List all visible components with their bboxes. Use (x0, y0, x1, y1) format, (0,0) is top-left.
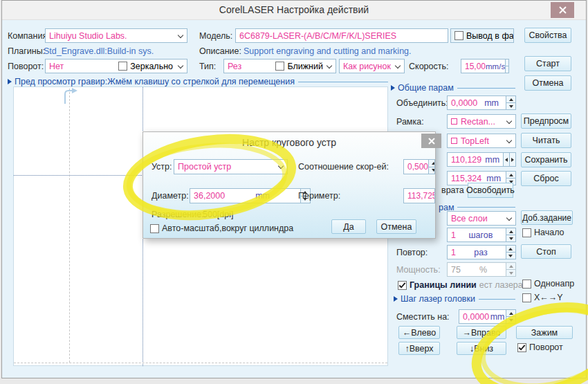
autoscale-checkbox-row[interactable]: Авто-масштаб,вокруг циллиндра (150, 223, 293, 233)
type-select[interactable]: Рез Ближний (223, 59, 336, 73)
y-position-value: 115,324 (451, 174, 481, 183)
diameter-input[interactable]: 36,2000 mm (190, 188, 311, 203)
step-section-title: Шаг лазер головки (401, 294, 475, 304)
position-corner-arrow-icon (62, 87, 80, 105)
move-up-button[interactable]: ↑Вверх (398, 342, 440, 355)
xy-swap-checkbox[interactable] (522, 293, 531, 302)
steps-input[interactable]: 1 шагов (447, 228, 516, 242)
section-arrow-icon (8, 79, 12, 84)
release-button[interactable]: Освободить (468, 183, 513, 198)
as-picture-select[interactable]: Как рисунок (339, 59, 405, 73)
rotate-device-checkbox-row[interactable]: Поворот (517, 342, 563, 352)
output-file-select[interactable]: Вывод в файл (450, 28, 514, 43)
chevron-down-icon (327, 62, 332, 68)
autoscale-checkbox[interactable] (150, 224, 159, 233)
spin-up-button (506, 263, 515, 269)
move-down-button[interactable]: ↓Вниз (457, 342, 506, 355)
as-picture-value: Как рисунок (343, 62, 391, 71)
save-button[interactable]: Сохранить (521, 152, 571, 167)
line-borders-label: Границы линии (410, 280, 477, 290)
layers-select[interactable]: Все слои (447, 211, 516, 226)
merge-input[interactable]: 0,0000 mm (447, 95, 516, 110)
spin-up-button[interactable] (506, 246, 515, 252)
x-position-input[interactable]: 110,129 mm (447, 152, 516, 167)
spin-left-button[interactable] (504, 153, 509, 166)
rotate-mode-select[interactable]: Нет Зеркально (45, 59, 187, 73)
speed-ratio-input[interactable]: 0,500 (403, 159, 435, 174)
chevron-down-icon (178, 32, 183, 37)
spin-down-button[interactable] (506, 252, 515, 259)
topleft-shape-icon (451, 138, 457, 144)
start-button[interactable]: Старт (524, 56, 571, 71)
spin-up-button[interactable] (429, 160, 435, 167)
properties-button[interactable]: Свойства (524, 28, 571, 43)
guide-line-horizontal-dark (14, 175, 143, 176)
description-label: Описание: (199, 46, 241, 56)
clamp-button[interactable]: Зажим (516, 326, 573, 339)
model-label: Модель: (199, 31, 232, 41)
device-select[interactable]: Простой устр (174, 159, 288, 174)
onedir-checkbox-row[interactable]: Однонапр (522, 279, 574, 289)
rotary-close-button[interactable] (421, 134, 441, 148)
speed-input[interactable]: 15,00 mm/s (461, 59, 509, 73)
begin-checkbox-row[interactable]: Начало (522, 228, 564, 237)
section-line (479, 299, 515, 300)
window-close-button[interactable] (551, 2, 574, 18)
frame-select[interactable]: Rectan... (447, 114, 516, 129)
device-label: Устр: (151, 162, 172, 172)
spin-down-button[interactable] (429, 167, 435, 174)
reset-button[interactable]: Сброс (521, 171, 571, 186)
read-button[interactable]: Читать (521, 133, 571, 148)
window-title: CorelLASER Настройка действий (2, 4, 586, 15)
spin-down-button[interactable] (506, 102, 515, 109)
perimeter-input[interactable]: 113,725 (403, 188, 435, 203)
spin-down-button[interactable] (506, 66, 509, 73)
anchor-select[interactable]: TopLeft (447, 134, 516, 148)
shift-input[interactable]: 0,0000 mm (459, 309, 516, 324)
type-label: Тип: (199, 62, 216, 71)
output-file-checkbox[interactable] (454, 31, 463, 40)
plugins-label: Плагины: (8, 46, 45, 56)
repeat-unit: раз (474, 248, 488, 257)
repeat-label: Повтор: (396, 248, 428, 257)
speed-label: Скорость: (409, 62, 448, 71)
merge-unit: mm (484, 98, 499, 108)
spin-up-button[interactable] (506, 310, 515, 316)
spin-up-button[interactable] (506, 172, 515, 178)
general-section-title: Общие парам (398, 83, 454, 93)
rotary-cancel-button[interactable]: Отмена (376, 219, 416, 234)
model-input[interactable]: 6C6879-LASER-(A/B/C/M/F/K/L)SERIES (235, 28, 448, 43)
occluded-label-fragment: врата (441, 185, 464, 195)
spin-up-button[interactable] (506, 96, 515, 102)
speed-ratio-value: 0,500 (407, 162, 428, 172)
spin-up-button[interactable] (506, 60, 509, 66)
move-right-button[interactable]: →Вправо (457, 326, 506, 339)
move-left-button[interactable]: ←Влево (398, 326, 440, 339)
rotate-device-label: Поворот (529, 342, 563, 352)
rotary-settings-dialog: Настр кругового устр Устр: Простой устр … (143, 131, 436, 239)
general-section-header: Общие парам (391, 83, 515, 93)
spin-right-button[interactable] (509, 153, 515, 166)
diameter-value: 36,2000 (194, 191, 225, 201)
near-checkbox[interactable] (275, 62, 284, 71)
autoscale-label: Авто-масштаб,вокруг циллиндра (162, 223, 293, 233)
repeat-input[interactable]: 1 раз (447, 245, 516, 259)
rotary-yes-button[interactable]: Да (331, 219, 366, 234)
stop-button[interactable]: Стоп (521, 244, 571, 259)
add-task-button[interactable]: Доб.задание (521, 210, 573, 225)
onedir-checkbox[interactable] (522, 280, 531, 289)
cancel-button[interactable]: Отмена (524, 75, 571, 91)
rotate-mode-value: Нет (49, 62, 64, 71)
xy-swap-checkbox-row[interactable]: X←→Y (522, 293, 563, 302)
line-borders-checkbox[interactable] (398, 281, 407, 290)
spin-down-button[interactable] (506, 316, 515, 323)
spin-up-button[interactable] (506, 228, 515, 235)
spin-down-button[interactable] (506, 235, 515, 241)
mirror-checkbox[interactable] (118, 62, 127, 71)
begin-checkbox[interactable] (522, 228, 531, 237)
preview-button[interactable]: Предпросм (521, 113, 571, 129)
line-borders-checkbox-row[interactable]: Границы линии ест лазера (398, 280, 523, 290)
rotate-device-checkbox[interactable] (517, 343, 526, 352)
section-arrow-icon (391, 85, 395, 91)
company-select[interactable]: Lihuiyu Studio Labs. (45, 28, 187, 43)
